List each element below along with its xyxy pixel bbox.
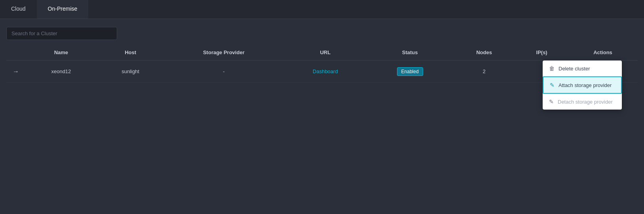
col-header-actions: Actions xyxy=(568,45,638,61)
tabs-bar: Cloud On-Premise xyxy=(0,0,644,19)
row-arrow-cell: → xyxy=(6,61,25,83)
row-nodes-cell: 2 xyxy=(453,61,515,83)
delete-cluster-button[interactable]: 🗑 Delete cluster xyxy=(543,61,622,76)
col-header-url: URL xyxy=(283,45,367,61)
tab-on-premise[interactable]: On-Premise xyxy=(37,0,89,19)
status-badge: Enabled xyxy=(397,67,423,76)
row-url-cell: Dashboard xyxy=(283,61,367,83)
col-header-storage-provider: Storage Provider xyxy=(164,45,283,61)
row-host-cell: sunlight xyxy=(97,61,164,83)
row-name-cell: xeond12 xyxy=(25,61,97,83)
actions-dropdown: 🗑 Delete cluster ✎ Attach storage provid… xyxy=(543,61,622,110)
detach-icon: ✎ xyxy=(549,98,554,105)
search-area xyxy=(0,19,644,45)
table-container: Name Host Storage Provider URL Status No… xyxy=(0,45,644,83)
detach-storage-label: Detach storage provider xyxy=(558,99,613,105)
delete-cluster-label: Delete cluster xyxy=(559,66,590,72)
detach-storage-button[interactable]: ✎ Detach storage provider xyxy=(543,94,622,110)
attach-storage-button[interactable]: ✎ Attach storage provider xyxy=(543,76,622,94)
row-storage-cell: - xyxy=(164,61,283,83)
table-row: → xeond12 sunlight - Dashboard Enabled 2… xyxy=(6,61,638,83)
col-header-nodes: Nodes xyxy=(453,45,515,61)
attach-icon: ✎ xyxy=(550,82,555,88)
clusters-table: Name Host Storage Provider URL Status No… xyxy=(6,45,638,83)
attach-storage-label: Attach storage provider xyxy=(559,82,612,88)
row-actions-cell: ⚙ 🗑 Delete cluster ✎ Attach storage prov… xyxy=(568,61,638,83)
table-header-row: Name Host Storage Provider URL Status No… xyxy=(6,45,638,61)
delete-icon: 🗑 xyxy=(549,65,555,72)
col-header-status: Status xyxy=(367,45,452,61)
col-header-name: Name xyxy=(25,45,97,61)
row-status-cell: Enabled xyxy=(367,61,452,83)
col-header-host: Host xyxy=(97,45,164,61)
search-input[interactable] xyxy=(6,27,117,40)
dashboard-link[interactable]: Dashboard xyxy=(313,68,338,74)
tab-cloud[interactable]: Cloud xyxy=(0,0,37,19)
col-header-ips: IP(s) xyxy=(515,45,568,61)
arrow-icon: → xyxy=(13,68,19,75)
col-header-arrow xyxy=(6,45,25,61)
